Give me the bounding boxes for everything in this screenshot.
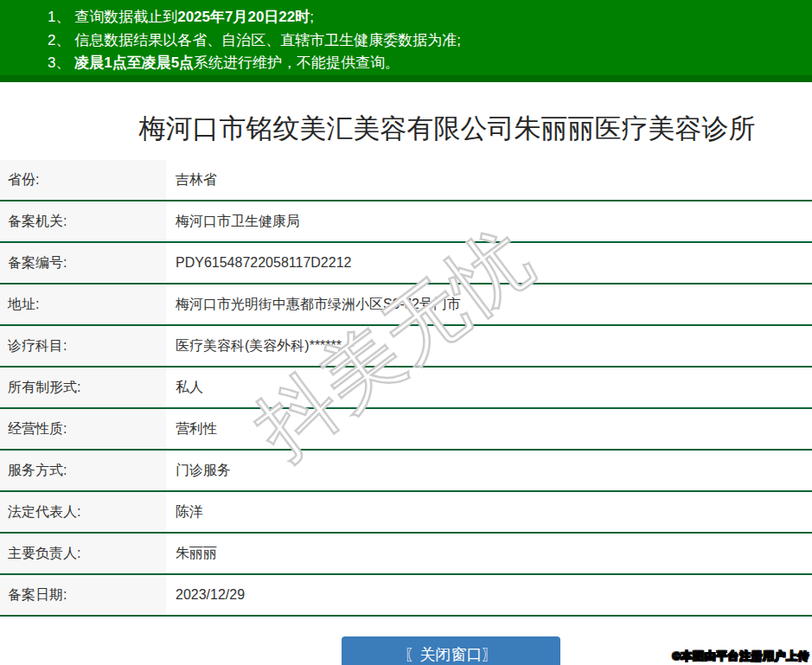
notice-1-text: 1、 查询数据截止到 [48,9,177,25]
notice-line-2: 2、 信息数据结果以各省、自治区、直辖市卫生健康委数据为准; [48,29,803,53]
row-value: PDY61548722058117D2212 [166,243,812,283]
table-row-registration-authority: 备案机关: 梅河口市卫生健康局 [0,201,812,243]
notice-3-text: 3、 [48,54,74,71]
close-window-button[interactable]: 〖关闭窗口〗 [342,636,560,665]
registration-info-table: 省份: 吉林省 备案机关: 梅河口市卫生健康局 备案编号: PDY6154872… [0,160,812,617]
row-value: 吉林省 [166,160,812,200]
row-label: 备案编号: [0,243,166,283]
row-value: 朱丽丽 [166,534,812,573]
notice-line-1: 1、 查询数据截止到2025年7月20日22时; [48,6,803,29]
table-row-registration-number: 备案编号: PDY61548722058117D2212 [0,243,812,285]
notice-3-bold-text: 凌晨1点至凌晨5点 [74,54,194,71]
table-row-registration-date: 备案日期: 2023/12/29 [0,575,812,617]
row-label: 备案日期: [0,575,166,615]
table-row-medical-subjects: 诊疗科目: 医疗美容科(美容外科)****** [0,326,812,368]
table-row-address: 地址: 梅河口市光明街中惠都市绿洲小区S9-J2号门市 [0,285,812,326]
row-label: 省份: [0,160,166,200]
attribution-text: ©本图由平台注册用户上传 [672,649,809,664]
row-label: 诊疗科目: [0,326,166,366]
row-label: 法定代表人: [0,492,166,532]
row-value: 陈洋 [166,492,812,532]
row-label: 主要负责人: [0,534,166,573]
row-value: 营利性 [166,409,812,449]
row-value: 梅河口市光明街中惠都市绿洲小区S9-J2号门市 [166,285,812,324]
row-label: 经营性质: [0,409,166,449]
notice-banner: 1、 查询数据截止到2025年7月20日22时; 2、 信息数据结果以各省、自治… [0,0,812,82]
notice-1-bold-text: 2025年7月20日22时 [177,9,310,25]
row-value: 2023/12/29 [166,575,812,615]
row-value: 医疗美容科(美容外科)****** [166,326,812,366]
row-label: 所有制形式: [0,368,166,407]
table-row-main-person-in-charge: 主要负责人: 朱丽丽 [0,534,812,575]
row-value: 门诊服务 [166,451,812,490]
row-label: 备案机关: [0,201,166,241]
row-value: 私人 [166,368,812,407]
row-label: 服务方式: [0,451,166,490]
table-row-province: 省份: 吉林省 [0,160,812,201]
page-title: 梅河口市铭纹美汇美容有限公司朱丽丽医疗美容诊所 [0,109,812,149]
row-value: 梅河口市卫生健康局 [166,201,812,241]
table-row-ownership-form: 所有制形式: 私人 [0,368,812,409]
table-row-business-nature: 经营性质: 营利性 [0,409,812,451]
row-label: 地址: [0,285,166,324]
notice-1-suffix: ; [310,9,314,25]
notice-3-suffix: 系统进行维护，不能提供查询。 [194,54,400,71]
notice-line-3: 3、 凌晨1点至凌晨5点系统进行维护，不能提供查询。 [48,52,803,75]
notice-2-text: 2、 信息数据结果以各省、自治区、直辖市卫生健康委数据为准; [48,32,461,48]
table-row-legal-representative: 法定代表人: 陈洋 [0,492,812,534]
table-row-service-mode: 服务方式: 门诊服务 [0,451,812,492]
